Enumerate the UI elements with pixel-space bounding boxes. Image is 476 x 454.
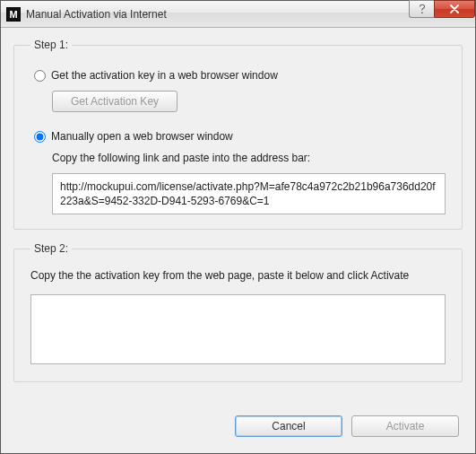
dialog-footer: Cancel Activate [13, 412, 463, 441]
dialog-body: Step 1: Get the activation key in a web … [1, 28, 475, 453]
app-icon: M [6, 7, 21, 22]
get-activation-key-button[interactable]: Get Activation Key [52, 91, 177, 112]
window-title: Manual Activation via Internet [26, 8, 167, 21]
close-icon [449, 4, 460, 13]
help-icon [418, 4, 427, 14]
titlebar: M Manual Activation via Internet [1, 1, 475, 28]
step2-instruction: Copy the the activation key from the web… [30, 269, 446, 282]
dialog-window: M Manual Activation via Internet Step 1:… [0, 0, 476, 454]
window-controls [409, 1, 475, 22]
help-button[interactable] [409, 0, 434, 18]
activation-key-input[interactable] [30, 294, 446, 364]
option-browser-label: Get the activation key in a web browser … [51, 69, 278, 82]
copy-link-instruction: Copy the following link and paste into t… [52, 152, 446, 164]
activation-url-box[interactable]: http://mockupui.com/license/activate.php… [52, 173, 446, 214]
step1-group: Step 1: Get the activation key in a web … [13, 39, 463, 230]
option-manual-row[interactable]: Manually open a web browser window [34, 130, 446, 143]
option-browser-row[interactable]: Get the activation key in a web browser … [34, 69, 446, 82]
cancel-button[interactable]: Cancel [235, 415, 342, 437]
option-manual-radio[interactable] [34, 131, 46, 143]
option-manual-label: Manually open a web browser window [51, 130, 233, 143]
step1-legend: Step 1: [30, 39, 72, 51]
option-browser-radio[interactable] [34, 70, 46, 82]
step2-group: Step 2: Copy the the activation key from… [13, 242, 463, 382]
close-button[interactable] [434, 0, 475, 18]
activate-button[interactable]: Activate [351, 415, 459, 437]
step2-legend: Step 2: [30, 242, 72, 255]
